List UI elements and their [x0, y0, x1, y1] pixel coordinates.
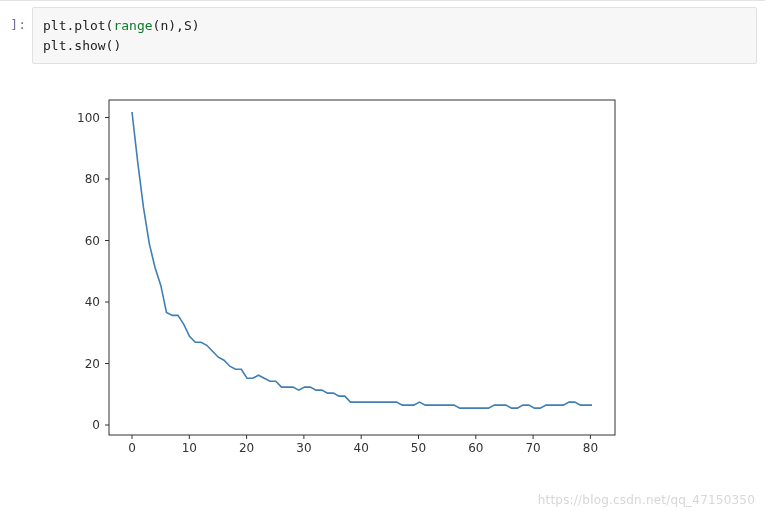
- notebook-screenshot: ]: plt.plot(range(n),S) plt.show() 0 20 …: [0, 0, 765, 511]
- y-tick: 100: [77, 111, 109, 125]
- cell-prompt: ]:: [0, 7, 26, 32]
- y-tick: 60: [85, 234, 109, 248]
- x-tick: 10: [182, 435, 197, 455]
- y-axis: 0 20 40 60 80 100: [77, 111, 109, 433]
- watermark-text: https://blog.csdn.net/qq_47150350: [538, 493, 755, 507]
- x-tick: 40: [354, 435, 369, 455]
- y-tick: 0: [92, 418, 109, 432]
- y-tick: 20: [85, 357, 109, 371]
- svg-text:60: 60: [85, 234, 100, 248]
- svg-text:0: 0: [92, 418, 100, 432]
- svg-text:20: 20: [85, 357, 100, 371]
- x-tick: 80: [583, 435, 598, 455]
- svg-text:30: 30: [296, 441, 311, 455]
- series-line: [132, 112, 592, 408]
- x-tick: 30: [296, 435, 311, 455]
- code-cell: ]: plt.plot(range(n),S) plt.show(): [0, 7, 765, 64]
- plot-frame: [109, 100, 615, 435]
- svg-text:0: 0: [128, 441, 136, 455]
- divider: [0, 0, 765, 1]
- svg-text:60: 60: [468, 441, 483, 455]
- line-chart: 0 20 40 60 80 100 0 10 20 30 40 50 60 70…: [24, 82, 632, 488]
- svg-text:70: 70: [525, 441, 540, 455]
- chart-output: 0 20 40 60 80 100 0 10 20 30 40 50 60 70…: [24, 82, 632, 488]
- x-tick: 60: [468, 435, 483, 455]
- svg-text:40: 40: [85, 295, 100, 309]
- svg-text:20: 20: [239, 441, 254, 455]
- svg-text:100: 100: [77, 111, 100, 125]
- x-tick: 50: [411, 435, 426, 455]
- svg-text:80: 80: [583, 441, 598, 455]
- y-tick: 40: [85, 295, 109, 309]
- x-tick: 70: [525, 435, 540, 455]
- svg-text:50: 50: [411, 441, 426, 455]
- x-tick: 20: [239, 435, 254, 455]
- svg-text:80: 80: [85, 172, 100, 186]
- x-axis: 0 10 20 30 40 50 60 70 80: [128, 435, 598, 455]
- code-input[interactable]: plt.plot(range(n),S) plt.show(): [32, 7, 757, 64]
- y-tick: 80: [85, 172, 109, 186]
- svg-text:10: 10: [182, 441, 197, 455]
- x-tick: 0: [128, 435, 136, 455]
- svg-text:40: 40: [354, 441, 369, 455]
